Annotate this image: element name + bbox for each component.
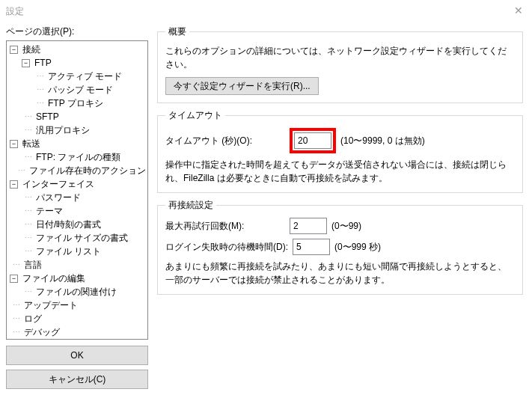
reconnect-group: 再接続設定 最大再試行回数(M): (0〜99) ログイン失敗時の待機時間(D)… — [157, 199, 523, 295]
tree-debug[interactable]: デバッグ — [22, 325, 61, 339]
tree-branch-icon: ⋯ — [37, 97, 45, 110]
tree-sftp[interactable]: SFTP — [34, 110, 61, 123]
delay-input[interactable] — [293, 239, 330, 255]
tree-log[interactable]: ログ — [22, 312, 43, 325]
timeout-group: タイムアウト タイムアウト (秒)(O): (10〜9999, 0 は無効) 操… — [157, 109, 523, 193]
tree-fileedit[interactable]: ファイルの編集 — [21, 272, 87, 285]
tree-interface[interactable]: インターフェイス — [21, 177, 96, 191]
tree-theme[interactable]: テーマ — [34, 204, 64, 218]
right-panel: 概要 これらのオプションの詳細については、ネットワーク設定ウィザードを実行してく… — [154, 22, 532, 401]
overview-legend: 概要 — [165, 25, 189, 38]
tree-ftp[interactable]: FTP — [33, 56, 53, 70]
timeout-legend: タイムアウト — [165, 109, 225, 122]
max-retry-hint: (0〜99) — [331, 220, 361, 233]
tree-branch-icon: ⋯ — [13, 299, 21, 312]
tree-transfer[interactable]: 転送 — [21, 137, 42, 150]
run-wizard-button[interactable]: 今すぐ設定ウィザードを実行(R)... — [165, 77, 319, 95]
tree-ftpproxy[interactable]: FTP プロキシ — [46, 97, 105, 110]
toggle-icon[interactable]: − — [10, 140, 18, 148]
tree-fileexists[interactable]: ファイル存在時のアクション — [28, 164, 147, 177]
tree-branch-icon: ⋯ — [25, 231, 33, 245]
tree-branch-icon: ⋯ — [37, 83, 45, 97]
ok-button[interactable]: OK — [6, 346, 148, 365]
delay-label: ログイン失敗時の待機時間(D): — [165, 241, 288, 254]
timeout-label: タイムアウト (秒)(O): — [165, 135, 285, 147]
tree-branch-icon: ⋯ — [25, 110, 33, 123]
tree-branch-icon: ⋯ — [13, 312, 21, 325]
max-retry-label: 最大再試行回数(M): — [165, 220, 285, 233]
tree-branch-icon: ⋯ — [25, 150, 33, 164]
titlebar: 設定 ✕ — [0, 0, 532, 22]
toggle-icon[interactable]: − — [22, 59, 30, 67]
reconnect-desc: あまりにも頻繁に再接続を試みたり、あまりにも短い間隔で再接続しようとすると、一部… — [165, 260, 515, 287]
max-retry-input[interactable] — [290, 218, 327, 234]
tree-branch-icon: ⋯ — [25, 204, 33, 218]
tree-filesize[interactable]: ファイル サイズの書式 — [34, 231, 129, 245]
overview-group: 概要 これらのオプションの詳細については、ネットワーク設定ウィザードを実行してく… — [157, 25, 523, 103]
tree-language[interactable]: 言語 — [22, 258, 43, 272]
cancel-button[interactable]: キャンセル(C) — [6, 370, 148, 389]
reconnect-legend: 再接続設定 — [165, 199, 216, 212]
tree-filelist[interactable]: ファイル リスト — [34, 245, 103, 258]
toggle-icon[interactable]: − — [10, 180, 18, 189]
tree-update[interactable]: アップデート — [22, 299, 79, 312]
highlight-box — [290, 128, 336, 153]
tree-genericproxy[interactable]: 汎用プロキシ — [34, 123, 91, 137]
tree-branch-icon: ⋯ — [25, 123, 33, 137]
tree-branch-icon: ⋯ — [18, 164, 26, 177]
tree-passive[interactable]: パッシブ モード — [46, 83, 114, 97]
tree-branch-icon: ⋯ — [13, 258, 21, 272]
tree-branch-icon: ⋯ — [25, 245, 33, 258]
overview-desc: これらのオプションの詳細については、ネットワーク設定ウィザードを実行してください… — [165, 44, 515, 71]
page-tree[interactable]: −接続 −FTP ⋯アクティブ モード ⋯パッシブ モード ⋯FTP プロキシ … — [6, 40, 148, 340]
tree-ftpfiletypes[interactable]: FTP: ファイルの種類 — [34, 150, 122, 164]
page-select-label: ページの選択(P): — [6, 25, 148, 38]
tree-dateformat[interactable]: 日付/時刻の書式 — [34, 218, 103, 231]
timeout-hint: (10〜9999, 0 は無効) — [340, 135, 425, 147]
close-icon[interactable]: ✕ — [514, 4, 523, 16]
timeout-input[interactable] — [294, 132, 331, 149]
tree-branch-icon: ⋯ — [25, 285, 33, 299]
delay-hint: (0〜999 秒) — [334, 241, 381, 254]
tree-branch-icon: ⋯ — [37, 70, 45, 83]
window-title: 設定 — [6, 5, 24, 18]
tree-fileassoc[interactable]: ファイルの関連付け — [34, 285, 118, 299]
tree-branch-icon: ⋯ — [25, 218, 33, 231]
left-panel: ページの選択(P): −接続 −FTP ⋯アクティブ モード ⋯パッシブ モード… — [0, 22, 154, 401]
toggle-icon[interactable]: − — [10, 46, 18, 54]
tree-password[interactable]: パスワード — [34, 191, 82, 204]
timeout-desc: 操作中に指定された時間を超えてもデータが送受信されない場合には、接続は閉じられ、… — [165, 158, 515, 185]
tree-connection[interactable]: 接続 — [21, 43, 42, 56]
tree-active[interactable]: アクティブ モード — [46, 70, 123, 83]
tree-branch-icon: ⋯ — [13, 325, 21, 339]
toggle-icon[interactable]: − — [10, 275, 18, 283]
tree-branch-icon: ⋯ — [25, 191, 33, 204]
